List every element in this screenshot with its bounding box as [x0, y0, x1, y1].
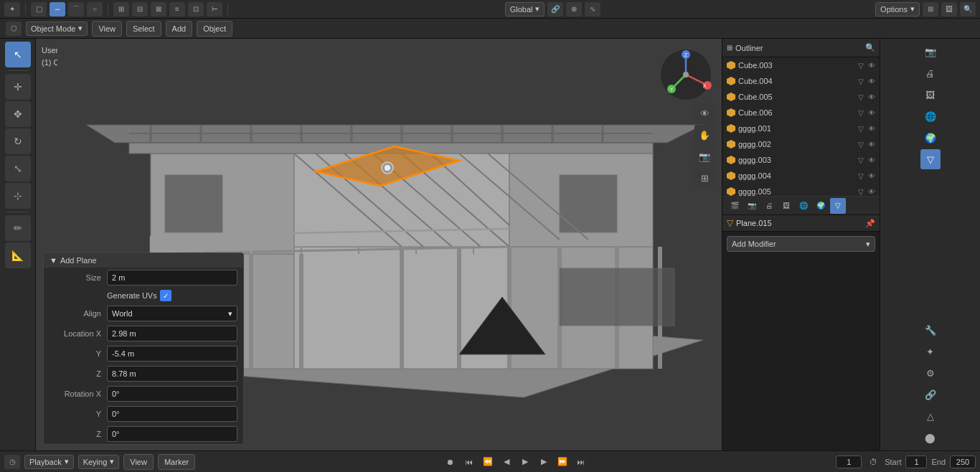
- scene-tab[interactable]: 🎬: [727, 198, 743, 214]
- item-eye-icon[interactable]: 👁: [868, 156, 875, 164]
- proportional-icon[interactable]: ⊕: [566, 2, 582, 16]
- lasso-icon[interactable]: ⌒: [68, 2, 84, 16]
- orientation-gizmo[interactable]: X Y Z: [657, 46, 715, 103]
- outliner-item[interactable]: Cube.004 ▽ 👁: [722, 73, 880, 89]
- pin-icon[interactable]: 📌: [865, 219, 875, 228]
- outliner-item[interactable]: gggg.002 ▽ 👁: [722, 136, 880, 152]
- blender-icon[interactable]: ✦: [4, 2, 20, 16]
- options-dropdown[interactable]: Options▾: [875, 2, 920, 16]
- hand-icon[interactable]: ✋: [694, 125, 715, 145]
- modifier-props-icon[interactable]: 🔧: [920, 320, 941, 340]
- align-dropdown[interactable]: World ▾: [107, 306, 237, 321]
- next-keyframe-button[interactable]: ▶: [537, 455, 551, 469]
- camera-icon[interactable]: 📷: [694, 146, 715, 166]
- object-mode-dropdown[interactable]: Object Mode ▾: [26, 22, 88, 36]
- circle-select-icon[interactable]: ○: [87, 2, 103, 16]
- object-menu[interactable]: Object: [197, 21, 232, 37]
- proportional2-icon[interactable]: ∿: [585, 2, 600, 16]
- outliner-item[interactable]: gggg.004 ▽ 👁: [722, 168, 880, 184]
- current-frame[interactable]: 1: [836, 456, 862, 468]
- location-y-input[interactable]: -5.4 m: [107, 346, 237, 362]
- add-menu[interactable]: Add: [166, 21, 193, 37]
- mode-icon[interactable]: ⬡: [6, 22, 22, 36]
- item-eye-icon[interactable]: 👁: [868, 109, 875, 117]
- annotate-tool[interactable]: ✏: [5, 215, 31, 241]
- item-eye-icon[interactable]: 👁: [868, 141, 875, 148]
- outliner-item[interactable]: gggg.003 ▽ 👁: [722, 152, 880, 168]
- outliner-item[interactable]: Cube.003 ▽ 👁: [722, 57, 880, 73]
- location-x-input[interactable]: 2.98 m: [107, 326, 237, 341]
- physics-icon[interactable]: ⚙: [920, 363, 941, 383]
- toolbar-icon4[interactable]: ≡: [169, 2, 185, 16]
- end-frame[interactable]: 250: [950, 456, 976, 468]
- scale-tool[interactable]: ⤡: [5, 156, 31, 181]
- playback-dropdown[interactable]: Playback▾: [24, 455, 74, 469]
- timeline-mode-icon[interactable]: ◷: [4, 455, 20, 469]
- scene-props-tab[interactable]: 🌐: [796, 198, 811, 214]
- toolbar-icon2[interactable]: ⊟: [132, 2, 148, 16]
- toolbar-icon1[interactable]: ⊞: [113, 2, 129, 16]
- keying-dropdown[interactable]: Keying▾: [78, 455, 120, 469]
- prev-frame-button[interactable]: ⏪: [481, 455, 495, 469]
- location-z-input[interactable]: 8.78 m: [107, 366, 237, 382]
- render-props-icon[interactable]: 📷: [920, 42, 941, 62]
- size-input[interactable]: 2 m: [107, 270, 237, 285]
- data-props-icon[interactable]: △: [920, 406, 941, 426]
- start-frame[interactable]: 1: [905, 456, 927, 468]
- toolbar-icon5[interactable]: ⊡: [188, 2, 204, 16]
- output-tab[interactable]: 🖨: [761, 198, 777, 214]
- item-eye-icon[interactable]: 👁: [868, 93, 875, 101]
- outliner-item[interactable]: gggg.001 ▽ 👁: [722, 121, 880, 136]
- viewport-display-icon[interactable]: ⊞: [923, 2, 938, 16]
- zoom-icon[interactable]: 👁: [694, 103, 715, 123]
- cursor-tool[interactable]: ✛: [5, 74, 31, 100]
- add-plane-header[interactable]: ▼ Add Plane: [44, 253, 243, 268]
- outliner-search-icon[interactable]: 🔍: [865, 43, 875, 52]
- view-menu-bottom[interactable]: View: [123, 454, 154, 470]
- move-icon[interactable]: ↔: [50, 2, 65, 16]
- outliner-item[interactable]: Cube.005 ▽ 👁: [722, 89, 880, 105]
- rotation-z-input[interactable]: 0°: [107, 426, 237, 442]
- transform-tool[interactable]: ⊹: [5, 183, 31, 209]
- measure-tool[interactable]: 📐: [5, 242, 31, 268]
- snap-icon[interactable]: 🔗: [547, 2, 563, 16]
- object-tab[interactable]: ▽: [830, 198, 846, 214]
- play-button[interactable]: ▶: [518, 455, 532, 469]
- viewport-icon2[interactable]: 🖼: [941, 2, 957, 16]
- scene-props-icon[interactable]: 🌐: [920, 106, 941, 126]
- skip-end-button[interactable]: ⏭: [574, 455, 588, 469]
- view-menu[interactable]: View: [92, 21, 122, 37]
- item-eye-icon[interactable]: 👁: [868, 172, 875, 180]
- prev-keyframe-button[interactable]: ◀: [499, 455, 514, 469]
- particles-icon[interactable]: ✦: [920, 341, 941, 362]
- stop-button[interactable]: ⏺: [443, 455, 458, 469]
- toolbar-icon6[interactable]: ⊢: [207, 2, 222, 16]
- object-props-icon[interactable]: ▽: [920, 149, 941, 169]
- view-layer-tab[interactable]: 🖼: [778, 198, 794, 214]
- output-props-icon[interactable]: 🖨: [920, 63, 941, 83]
- marker-menu[interactable]: Marker: [158, 454, 195, 470]
- toolbar-icon3[interactable]: ⊠: [151, 2, 166, 16]
- item-eye-icon[interactable]: 👁: [868, 125, 875, 133]
- material-icon[interactable]: ⬤: [920, 428, 941, 448]
- select-tool[interactable]: ↖: [5, 42, 31, 67]
- pivot-dropdown[interactable]: Global▾: [505, 2, 545, 16]
- view-layer-props-icon[interactable]: 🖼: [920, 85, 941, 105]
- item-eye-icon[interactable]: 👁: [868, 62, 875, 70]
- skip-start-button[interactable]: ⏮: [462, 455, 476, 469]
- world-tab[interactable]: 🌍: [813, 198, 829, 214]
- item-eye-icon[interactable]: 👁: [868, 188, 875, 196]
- rotation-y-input[interactable]: 0°: [107, 406, 237, 422]
- search-icon[interactable]: 🔍: [960, 2, 976, 16]
- move-tool[interactable]: ✥: [5, 101, 31, 127]
- rotation-x-input[interactable]: 0°: [107, 386, 237, 402]
- add-modifier-button[interactable]: Add Modifier ▾: [727, 236, 875, 252]
- constraints-icon[interactable]: 🔗: [920, 384, 941, 405]
- grid-icon[interactable]: ⊞: [694, 168, 715, 188]
- next-frame-button[interactable]: ⏩: [555, 455, 570, 469]
- generate-uvs-checkbox[interactable]: ✓: [160, 290, 171, 301]
- world-props-icon[interactable]: 🌍: [920, 128, 941, 148]
- select-box-icon[interactable]: ▢: [31, 2, 47, 16]
- render-tab[interactable]: 📷: [744, 198, 760, 214]
- outliner-item[interactable]: Cube.006 ▽ 👁: [722, 105, 880, 121]
